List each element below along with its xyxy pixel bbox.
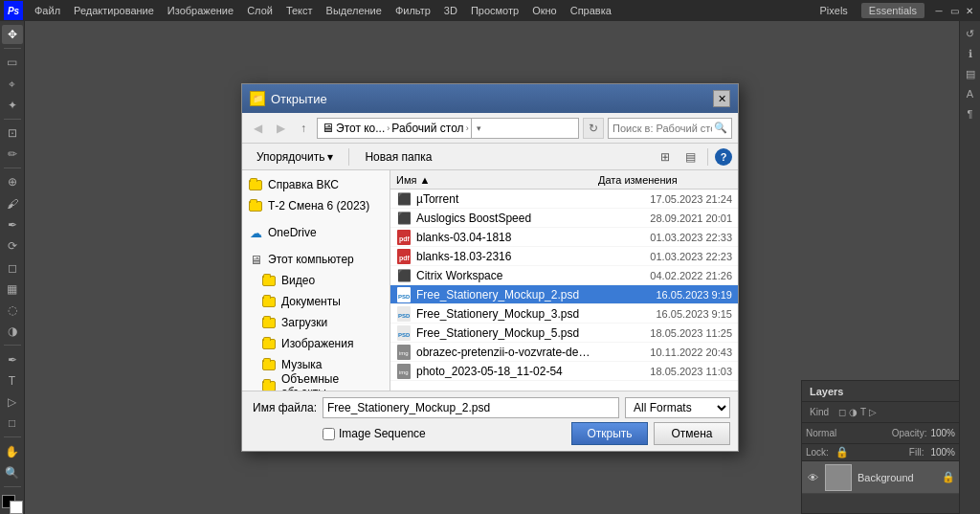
magic-wand-tool[interactable]: ✦ — [2, 96, 23, 115]
blur-tool[interactable]: ◌ — [2, 301, 23, 320]
lock-icon[interactable]: 🔒 — [835, 446, 849, 458]
opacity-value[interactable]: 100% — [930, 428, 955, 438]
path-select-tool[interactable]: ▷ — [2, 392, 23, 412]
sidebar-item-smena[interactable]: Т-2 Смена 6 (2023) — [242, 195, 390, 216]
close-button[interactable]: ✕ — [963, 4, 976, 17]
image-sequence-label[interactable]: Image Sequence — [323, 427, 566, 440]
menu-text[interactable]: Текст — [280, 3, 319, 18]
organize-button[interactable]: Упорядочить ▾ — [248, 146, 342, 168]
layer-visibility-toggle[interactable]: 👁 — [806, 471, 819, 484]
file-row-mockup2[interactable]: PSD Free_Stationery_Mockup_2.psd 16.05.2… — [390, 285, 738, 304]
menu-help[interactable]: Справка — [565, 3, 617, 18]
dodge-tool[interactable]: ◑ — [2, 322, 23, 341]
dialog-file-list[interactable]: Имя ▲ Дата изменения ⬛ µTorrent 17.05.20… — [390, 170, 738, 391]
address-dropdown-button[interactable]: ▾ — [471, 118, 486, 139]
file-row-torrent[interactable]: ⬛ µTorrent 17.05.2023 21:24 — [390, 190, 738, 209]
back-button[interactable]: ◀ — [248, 119, 267, 138]
history-brush-tool[interactable]: ⟳ — [2, 236, 23, 256]
shape-tool[interactable]: □ — [2, 413, 23, 433]
sidebar-item-images[interactable]: Изображения — [242, 333, 390, 354]
hand-tool[interactable]: ✋ — [2, 441, 23, 460]
address-path[interactable]: 🖥 Этот ко... › Рабочий стол › ▾ — [317, 118, 579, 139]
background-color[interactable] — [10, 501, 23, 514]
up-button[interactable]: ↑ — [294, 119, 313, 138]
clone-stamp-tool[interactable]: ✒ — [2, 215, 23, 235]
sort-name-button[interactable]: Имя ▲ — [396, 174, 598, 186]
sidebar-item-downloads[interactable]: Загрузки — [242, 312, 390, 333]
file-row-blanks1[interactable]: pdf blanks-03.04-1818 01.03.2023 22:33 — [390, 228, 738, 247]
new-folder-button[interactable]: Новая папка — [356, 146, 440, 168]
gradient-tool[interactable]: ▦ — [2, 279, 23, 299]
marquee-tool[interactable]: ▭ — [2, 53, 23, 72]
open-file-dialog: 📁 Открытие ✕ ◀ ▶ ↑ 🖥 Этот ко... › Рабочи… — [241, 83, 739, 452]
sidebar-item-3d[interactable]: Объемные объекты — [242, 375, 390, 391]
paragraph-icon[interactable]: ¶ — [962, 105, 979, 123]
layer-item-background[interactable]: 👁 Background 🔒 — [802, 461, 959, 494]
filter-adjust-icon[interactable]: ◑ — [849, 407, 858, 417]
sidebar-item-spravka[interactable]: Справка ВКС — [242, 174, 390, 195]
restore-button[interactable]: ▭ — [947, 4, 961, 17]
menu-edit[interactable]: Редактирование — [68, 3, 160, 18]
address-chevron-1: › — [387, 123, 390, 133]
file-row-blanks2[interactable]: pdf blanks-18.03-2316 01.03.2023 22:23 — [390, 247, 738, 266]
minimize-button[interactable]: ─ — [932, 4, 946, 17]
essentials-dropdown[interactable]: Essentials — [861, 3, 924, 18]
filter-pixel-icon[interactable]: ◻ — [838, 407, 846, 417]
file-row-mockup5[interactable]: PSD Free_Stationery_Mockup_5.psd 18.05.2… — [390, 324, 738, 343]
menu-view[interactable]: Просмотр — [465, 3, 524, 18]
menu-file[interactable]: Файл — [29, 3, 66, 18]
filter-text-icon[interactable]: T — [860, 407, 866, 417]
view-grid-button[interactable]: ⊞ — [655, 146, 676, 168]
file-row-citrix[interactable]: ⬛ Citrix Workspace 04.02.2022 21:26 — [390, 266, 738, 285]
sidebar-item-computer[interactable]: 🖥 Этот компьютер — [242, 249, 390, 270]
file-row-mockup3[interactable]: PSD Free_Stationery_Mockup_3.psd 16.05.2… — [390, 304, 738, 324]
brush-tool[interactable]: 🖌 — [2, 194, 23, 213]
eyedropper-tool[interactable]: ✏ — [2, 145, 23, 164]
dialog-close-button[interactable]: ✕ — [713, 90, 730, 107]
sidebar-item-video[interactable]: Видео — [242, 270, 390, 291]
window-controls: ─ ▭ ✕ — [932, 4, 976, 17]
sidebar-label-3d: Объемные объекты — [281, 372, 384, 391]
actions-row: Image Sequence Открыть Отмена — [250, 422, 730, 445]
file-date-blanks1: 01.03.2023 22:33 — [598, 232, 732, 243]
menu-window[interactable]: Окно — [526, 3, 563, 18]
search-box[interactable]: 🔍 — [608, 118, 732, 139]
view-list-button[interactable]: ▤ — [679, 146, 701, 168]
menu-image[interactable]: Изображение — [162, 3, 239, 18]
menu-select[interactable]: Выделение — [321, 3, 388, 18]
move-tool[interactable]: ✥ — [2, 25, 23, 44]
histogram-icon[interactable]: ▤ — [962, 65, 979, 82]
pen-tool[interactable]: ✒ — [2, 349, 23, 369]
crop-tool[interactable]: ⊡ — [2, 123, 23, 143]
help-button[interactable]: ? — [715, 148, 732, 166]
sidebar-item-onedrive[interactable]: ☁ OneDrive — [242, 222, 390, 243]
eraser-tool[interactable]: ◻ — [2, 257, 23, 277]
menu-layer[interactable]: Слой — [241, 3, 278, 18]
zoom-tool[interactable]: 🔍 — [2, 463, 23, 482]
spot-heal-tool[interactable]: ⊕ — [2, 172, 23, 191]
search-input[interactable] — [612, 123, 712, 134]
filename-input[interactable] — [323, 397, 619, 418]
fill-value[interactable]: 100% — [930, 447, 955, 458]
info-icon[interactable]: ℹ — [962, 45, 979, 62]
refresh-button[interactable]: ↻ — [583, 118, 604, 139]
menu-3d[interactable]: 3D — [438, 3, 463, 18]
file-row-obrazec[interactable]: img obrazec-pretenzii-o-vozvrate-deneg-p… — [390, 343, 738, 362]
char-icon[interactable]: A — [962, 85, 979, 102]
history-icon[interactable]: ↺ — [962, 25, 979, 42]
sidebar-label-downloads: Загрузки — [281, 316, 327, 329]
file-row-photo[interactable]: img photo_2023-05-18_11-02-54 18.05.2023… — [390, 362, 738, 381]
text-tool[interactable]: T — [2, 371, 23, 391]
filter-shape-icon[interactable]: ▷ — [869, 407, 877, 417]
image-sequence-checkbox[interactable] — [323, 428, 335, 440]
format-select[interactable]: All Formats PSD JPEG PNG TIFF — [625, 397, 730, 418]
file-row-auslogics[interactable]: ⬛ Auslogics BoostSpeed 28.09.2021 20:01 — [390, 209, 738, 228]
color-swatches[interactable] — [2, 495, 23, 514]
forward-button[interactable]: ▶ — [271, 119, 290, 138]
lasso-tool[interactable]: ⌖ — [2, 74, 23, 93]
sidebar-item-documents[interactable]: Документы — [242, 291, 390, 312]
cancel-button[interactable]: Отмена — [654, 422, 730, 445]
folder-icon-downloads — [261, 315, 277, 330]
open-button[interactable]: Открыть — [571, 422, 648, 445]
menu-filter[interactable]: Фильтр — [390, 3, 436, 18]
